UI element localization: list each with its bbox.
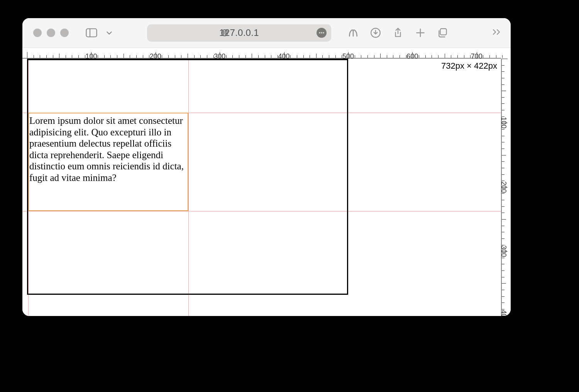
maximize-window-button[interactable] xyxy=(60,29,69,37)
new-tab-button[interactable] xyxy=(415,27,426,39)
ruler-vertical: 100200300400 xyxy=(501,59,511,316)
share-icon xyxy=(392,27,404,39)
ruler-horizontal: 100200300400500600700 xyxy=(22,48,501,59)
browser-window: 127.0.0.1 xyxy=(22,18,511,316)
dimensions-overlay: 732px × 422px xyxy=(441,61,497,71)
tabs-overview-button[interactable] xyxy=(437,27,449,39)
window-controls xyxy=(33,29,69,37)
toolbar-overflow-button[interactable] xyxy=(492,29,501,37)
sidebar-icon xyxy=(86,28,97,37)
toolbar-right xyxy=(347,27,449,39)
share-button[interactable] xyxy=(392,27,404,39)
page-viewport: 732px × 422px Lorem ipsum dolor sit amet… xyxy=(22,59,501,316)
svg-rect-0 xyxy=(86,29,97,37)
svg-point-5 xyxy=(319,32,320,34)
honey-extension-button[interactable] xyxy=(347,27,359,39)
url-text: 127.0.0.1 xyxy=(152,27,327,38)
sidebar-toggle-button[interactable] xyxy=(85,27,98,38)
address-bar[interactable]: 127.0.0.1 xyxy=(147,24,331,42)
chevron-down-icon[interactable] xyxy=(106,29,113,36)
honey-icon xyxy=(347,27,359,39)
globe-icon xyxy=(220,29,229,37)
site-settings-button[interactable] xyxy=(317,28,327,38)
browser-titlebar: 127.0.0.1 xyxy=(22,18,511,48)
chevrons-right-icon xyxy=(492,29,501,35)
paragraph-element: Lorem ipsum dolor sit amet consectetur a… xyxy=(29,115,186,183)
svg-rect-10 xyxy=(440,29,447,35)
minimize-window-button[interactable] xyxy=(47,29,55,37)
downloads-button[interactable] xyxy=(370,27,381,39)
svg-point-7 xyxy=(323,32,324,34)
svg-point-6 xyxy=(321,32,322,34)
browser-content: 100200300400500600700 100200300400 732px… xyxy=(22,48,511,316)
download-icon xyxy=(370,27,381,39)
ellipsis-icon xyxy=(318,32,325,34)
close-window-button[interactable] xyxy=(33,29,42,37)
plus-icon xyxy=(415,27,426,39)
tabs-icon xyxy=(437,27,449,39)
